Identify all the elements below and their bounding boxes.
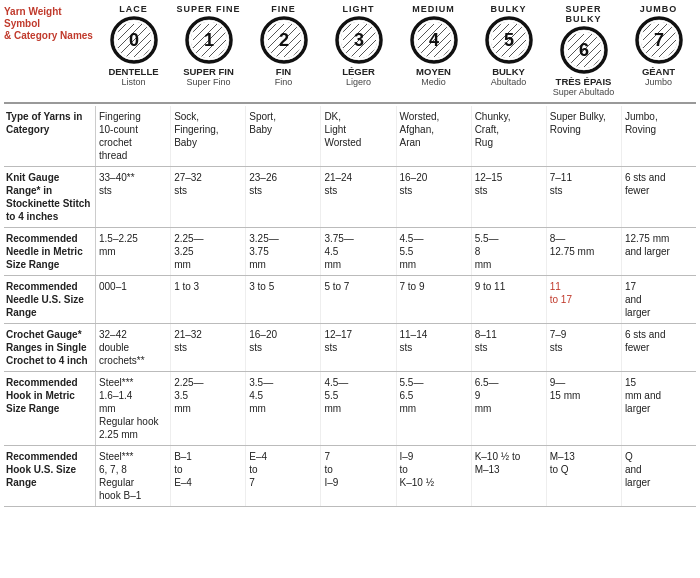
row-cells-6: Steel***6, 7, 8Regularhook B–1B–1toE–4E–…: [96, 446, 696, 506]
cell-3-0: 000–1: [96, 276, 171, 323]
yarn-symbol-1: 1: [185, 16, 233, 64]
data-row-3: Recommended Needle U.S. Size Range000–11…: [4, 276, 696, 323]
cell-2-2: 3.25—3.75mm: [246, 228, 321, 275]
cell-4-2: 16–20sts: [246, 324, 321, 371]
data-row-4: Crochet Gauge* Ranges in Single Crochet …: [4, 324, 696, 371]
cell-5-6: 9—15 mm: [547, 372, 622, 445]
cell-0-6: Super Bulky,Roving: [547, 106, 622, 166]
weight-name-en-4: MOYEN: [416, 66, 451, 77]
data-section-3: Recommended Needle U.S. Size Range000–11…: [4, 276, 696, 324]
cell-2-0: 1.5–2.25mm: [96, 228, 171, 275]
weight-col-5: BULKY 5 BULKYAbultado: [471, 4, 546, 98]
svg-text:3: 3: [353, 30, 363, 50]
cell-3-2: 3 to 5: [246, 276, 321, 323]
weight-number-2: FINE: [271, 4, 296, 14]
header-row: Yarn Weight Symbol & Category Names LACE…: [4, 4, 696, 104]
weight-col-0: LACE 0 DENTELLEListon: [96, 4, 171, 98]
row-cells-2: 1.5–2.25mm2.25—3.25mm3.25—3.75mm3.75—4.5…: [96, 228, 696, 275]
cell-2-6: 8—12.75 mm: [547, 228, 622, 275]
weight-name-en-1: SUPER FIN: [183, 66, 234, 77]
row-cells-4: 32–42doublecrochets**21–32sts16–20sts12–…: [96, 324, 696, 371]
weight-col-1: SUPER FINE 1 SUPER FINSuper Fino: [171, 4, 246, 98]
svg-text:1: 1: [203, 30, 213, 50]
cell-5-1: 2.25—3.5mm: [171, 372, 246, 445]
weight-number-4: MEDIUM: [412, 4, 455, 14]
cell-6-0: Steel***6, 7, 8Regularhook B–1: [96, 446, 171, 506]
row-label-2: Recommended Needle in Metric Size Range: [4, 228, 96, 275]
cell-5-0: Steel***1.6–1.4mmRegular hook2.25 mm: [96, 372, 171, 445]
row-cells-3: 000–11 to 33 to 55 to 77 to 99 to 1111to…: [96, 276, 696, 323]
svg-text:5: 5: [503, 30, 513, 50]
yarn-symbol-6: 6: [560, 26, 608, 74]
row-label-5: Recommended Hook in Metric Size Range: [4, 372, 96, 445]
data-row-1: Knit Gauge Range* in Stockinette Stitch …: [4, 167, 696, 227]
data-row-6: Recommended Hook U.S. Size RangeSteel***…: [4, 446, 696, 506]
cell-0-5: Chunky,Craft,Rug: [472, 106, 547, 166]
cell-6-5: K–10 ½ toM–13: [472, 446, 547, 506]
cell-3-7: 17andlarger: [622, 276, 696, 323]
weight-col-2: FINE 2 FINFino: [246, 4, 321, 98]
weight-name-es-3: Ligero: [346, 77, 371, 88]
cell-1-3: 21–24sts: [321, 167, 396, 227]
cell-2-5: 5.5—8mm: [472, 228, 547, 275]
cell-1-6: 7–11sts: [547, 167, 622, 227]
cell-2-1: 2.25—3.25mm: [171, 228, 246, 275]
header-label: Yarn Weight Symbol & Category Names: [4, 4, 96, 42]
cell-2-7: 12.75 mmand larger: [622, 228, 696, 275]
cell-5-3: 4.5—5.5mm: [321, 372, 396, 445]
yarn-symbol-2: 2: [260, 16, 308, 64]
cell-4-6: 7–9sts: [547, 324, 622, 371]
weight-name-en-3: LÉGER: [342, 66, 375, 77]
weight-name-en-7: GÉANT: [642, 66, 675, 77]
cell-4-5: 8–11sts: [472, 324, 547, 371]
row-label-3: Recommended Needle U.S. Size Range: [4, 276, 96, 323]
weight-name-en-0: DENTELLE: [108, 66, 158, 77]
cell-4-7: 6 sts andfewer: [622, 324, 696, 371]
data-section-1: Knit Gauge Range* in Stockinette Stitch …: [4, 167, 696, 228]
svg-text:6: 6: [578, 40, 588, 60]
weight-name-en-5: BULKY: [492, 66, 525, 77]
cell-3-4: 7 to 9: [397, 276, 472, 323]
weight-number-6: SUPER BULKY: [547, 4, 620, 24]
cell-0-7: Jumbo,Roving: [622, 106, 696, 166]
yarn-symbol-4: 4: [410, 16, 458, 64]
svg-text:2: 2: [278, 30, 288, 50]
cell-4-1: 21–32sts: [171, 324, 246, 371]
row-cells-1: 33–40**sts27–32sts23–26sts21–24sts16–20s…: [96, 167, 696, 227]
data-row-0: Type of Yarns in CategoryFingering10-cou…: [4, 106, 696, 166]
cell-2-4: 4.5—5.5mm: [397, 228, 472, 275]
cell-3-5: 9 to 11: [472, 276, 547, 323]
cell-1-7: 6 sts andfewer: [622, 167, 696, 227]
cell-6-4: I–9toK–10 ½: [397, 446, 472, 506]
yarn-symbol-0: 0: [110, 16, 158, 64]
cell-6-3: 7toI–9: [321, 446, 396, 506]
cell-4-0: 32–42doublecrochets**: [96, 324, 171, 371]
row-label-0: Type of Yarns in Category: [4, 106, 96, 166]
cell-1-2: 23–26sts: [246, 167, 321, 227]
cell-6-7: Qandlarger: [622, 446, 696, 506]
row-label-1: Knit Gauge Range* in Stockinette Stitch …: [4, 167, 96, 227]
cell-2-3: 3.75—4.5mm: [321, 228, 396, 275]
data-row-5: Recommended Hook in Metric Size RangeSte…: [4, 372, 696, 445]
cell-3-3: 5 to 7: [321, 276, 396, 323]
data-rows-container: Type of Yarns in CategoryFingering10-cou…: [4, 106, 696, 507]
cell-0-2: Sport,Baby: [246, 106, 321, 166]
data-row-2: Recommended Needle in Metric Size Range1…: [4, 228, 696, 275]
cell-3-6: 11to 17: [547, 276, 622, 323]
cell-5-2: 3.5—4.5mm: [246, 372, 321, 445]
cell-1-0: 33–40**sts: [96, 167, 171, 227]
weight-number-0: LACE: [119, 4, 148, 14]
cell-1-1: 27–32sts: [171, 167, 246, 227]
weight-name-en-6: TRÈS ÉPAIS: [556, 76, 612, 87]
svg-text:4: 4: [428, 30, 438, 50]
data-section-0: Type of Yarns in CategoryFingering10-cou…: [4, 106, 696, 167]
weight-col-6: SUPER BULKY 6 TRÈS ÉPAISSuper Abultado: [546, 4, 621, 98]
yarn-symbol-7: 7: [635, 16, 683, 64]
weight-col-3: LIGHT 3 LÉGERLigero: [321, 4, 396, 98]
weight-name-es-7: Jumbo: [645, 77, 672, 88]
cell-1-4: 16–20sts: [397, 167, 472, 227]
weight-name-es-6: Super Abultado: [553, 87, 615, 98]
weight-col-4: MEDIUM 4 MOYENMedio: [396, 4, 471, 98]
svg-text:7: 7: [653, 30, 663, 50]
cell-4-4: 11–14sts: [397, 324, 472, 371]
